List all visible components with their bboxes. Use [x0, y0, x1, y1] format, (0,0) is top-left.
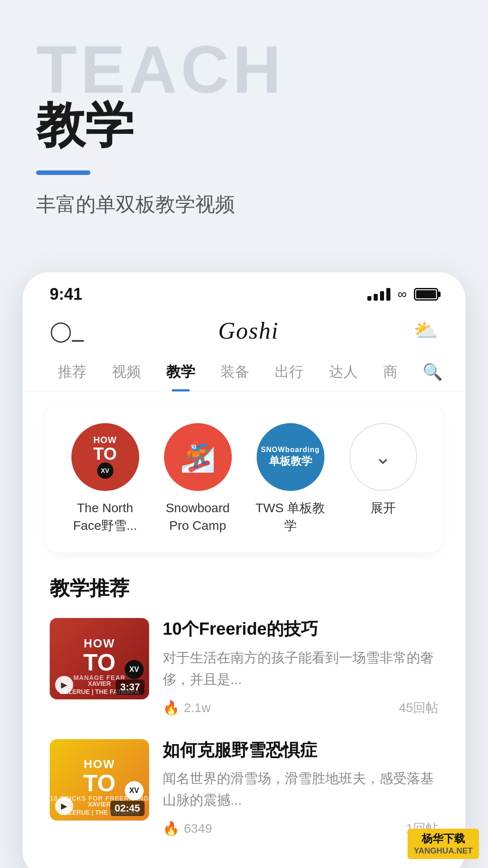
- article-item[interactable]: HOW TO MANAGE FEAR XV XAVIERDELERUE | TH…: [50, 618, 438, 716]
- nav-tabs: 推荐 视频 教学 装备 出行 达人 商 🔍: [23, 353, 465, 392]
- expand-circle: ⌄: [349, 423, 417, 491]
- article-views-1: 🔥 2.1w: [163, 700, 211, 716]
- snowboard-circle: 🏂: [164, 423, 232, 491]
- battery-icon: [414, 288, 438, 301]
- play-icon[interactable]: ▶: [55, 676, 73, 694]
- article-thumb-2: HOW TO 10 TRICKS FOR FREERIDING XV XAVIE…: [50, 739, 149, 821]
- northface-circle: HOW TO XV: [71, 423, 139, 491]
- signal-icon: [367, 288, 390, 301]
- article-title-2: 如何克服野雪恐惧症: [163, 739, 438, 761]
- watermark-line2: YANGHUA.NET: [414, 846, 473, 856]
- xv-badge: XV: [125, 660, 144, 679]
- article-desc-2: 闻名世界的滑雪场，滑雪胜地班夫，感受落基山脉的震撼...: [163, 768, 438, 811]
- tab-shop[interactable]: 商: [371, 353, 410, 391]
- wifi-icon: ∞: [398, 287, 407, 302]
- article-duration-1: 3:37: [116, 679, 145, 695]
- hero-subtitle: 丰富的单双板教学视频: [36, 191, 452, 218]
- tab-expert[interactable]: 达人: [316, 353, 371, 391]
- watermark-line1: 杨华下载: [414, 831, 473, 845]
- article-content-2: 如何克服野雪恐惧症 闻名世界的滑雪场，滑雪胜地班夫，感受落基山脉的震撼... 🔥…: [163, 739, 438, 837]
- play-icon-2[interactable]: ▶: [55, 797, 73, 815]
- fire-icon: 🔥: [163, 700, 179, 716]
- article-content-1: 10个Freeride的技巧 对于生活在南方的孩子能看到一场雪非常的奢侈，并且是…: [163, 618, 438, 716]
- expand-label: 展开: [371, 499, 396, 517]
- article-item[interactable]: HOW TO 10 TRICKS FOR FREERIDING XV XAVIE…: [50, 739, 438, 837]
- category-northface[interactable]: HOW TO XV The North Face野雪...: [65, 423, 146, 534]
- weather-icon[interactable]: ⛅: [413, 319, 438, 342]
- article-views-2: 🔥 6349: [163, 821, 212, 836]
- user-icon[interactable]: ◯⎯: [50, 319, 84, 342]
- chevron-down-icon: ⌄: [375, 445, 391, 468]
- article-desc-1: 对于生活在南方的孩子能看到一场雪非常的奢侈，并且是...: [163, 647, 438, 690]
- tab-teach[interactable]: 教学: [154, 353, 208, 391]
- category-section: HOW TO XV The North Face野雪... 🏂 Snowboar…: [45, 405, 443, 552]
- section-title: 教学推荐: [50, 575, 438, 602]
- fire-icon-2: 🔥: [163, 821, 179, 836]
- tws-circle: SNOWboarding 单板教学: [257, 423, 324, 491]
- category-snowboard[interactable]: 🏂 Snowboard Pro Camp: [157, 423, 239, 534]
- tab-travel[interactable]: 出行: [262, 353, 316, 391]
- tab-video[interactable]: 视频: [99, 353, 154, 391]
- tab-gear[interactable]: 装备: [208, 353, 262, 391]
- tab-recommend[interactable]: 推荐: [45, 353, 99, 391]
- hero-section: TEACH 教学 丰富的单双板教学视频: [0, 0, 488, 245]
- recommend-section: 教学推荐 HOW TO MANAGE FEAR XV XAVIERDELERUE…: [23, 552, 465, 837]
- watermark: 杨华下载 YANGHUA.NET: [408, 829, 479, 859]
- northface-label: The North Face野雪...: [65, 499, 146, 534]
- ski-figure-icon: 🏂: [180, 440, 216, 474]
- category-row: HOW TO XV The North Face野雪... 🏂 Snowboar…: [59, 423, 429, 534]
- tws-label: TWS 单板教学: [256, 499, 325, 534]
- status-icons: ∞: [367, 287, 438, 302]
- status-time: 9:41: [50, 285, 82, 304]
- xv-badge-2: XV: [125, 781, 144, 800]
- status-bar: 9:41 ∞: [23, 272, 465, 308]
- article-thumb-1: HOW TO MANAGE FEAR XV XAVIERDELERUE | TH…: [50, 618, 149, 699]
- hero-title-en: TEACH: [36, 36, 452, 103]
- article-title-1: 10个Freeride的技巧: [163, 618, 438, 640]
- hero-divider: [36, 170, 90, 175]
- phone-mockup: 9:41 ∞ ◯⎯ Goshi ⛅ 推荐 视频 教学 装备 出行 达人 商 🔍: [23, 272, 465, 868]
- article-replies-1: 45回帖: [399, 699, 438, 717]
- app-header: ◯⎯ Goshi ⛅: [23, 308, 465, 353]
- search-icon[interactable]: 🔍: [422, 363, 443, 382]
- category-tws[interactable]: SNOWboarding 单板教学 TWS 单板教学: [250, 423, 331, 534]
- article-meta-2: 🔥 6349 1回帖: [163, 820, 438, 837]
- snowboard-label: Snowboard Pro Camp: [157, 499, 239, 534]
- app-logo: Goshi: [218, 317, 279, 344]
- article-meta-1: 🔥 2.1w 45回帖: [163, 699, 438, 717]
- article-duration-2: 02:45: [110, 801, 145, 816]
- category-expand[interactable]: ⌄ 展开: [343, 423, 424, 517]
